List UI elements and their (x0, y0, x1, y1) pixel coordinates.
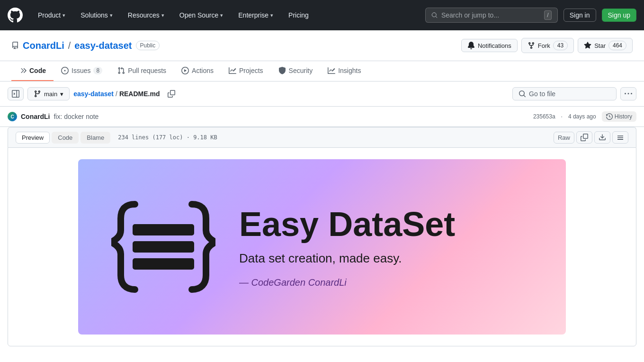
easy-dataset-logo-icon (111, 199, 215, 294)
tab-actions[interactable]: Actions (174, 61, 221, 81)
file-view-left: Preview Code Blame 234 lines (177 loc) ·… (16, 132, 217, 144)
main-content: main ▾ easy-dataset / README.md Go to fi… (0, 81, 644, 346)
repo-title: ConardLi / easy-dataset Public (11, 40, 160, 51)
visibility-badge: Public (136, 41, 160, 50)
goto-file-button[interactable]: Go to file (512, 87, 617, 100)
repo-name-link[interactable]: easy-dataset (74, 40, 132, 51)
preview-tab-button[interactable]: Preview (16, 132, 50, 144)
sidebar-icon (12, 90, 19, 98)
search-input[interactable] (441, 11, 540, 19)
issues-count-badge: 8 (93, 67, 102, 74)
svg-rect-1 (133, 241, 194, 253)
star-label: Star (594, 42, 606, 49)
file-toolbar-left: main ▾ easy-dataset / README.md (8, 87, 179, 100)
actions-icon (181, 67, 189, 74)
search-box[interactable]: / (425, 8, 558, 23)
nav-resources[interactable]: Resources ▾ (124, 9, 168, 21)
search-icon (431, 11, 438, 19)
nav-opensource[interactable]: Open Source ▾ (176, 9, 227, 21)
history-button[interactable]: History (602, 111, 636, 122)
tab-insights-label: Insights (338, 67, 361, 74)
star-button[interactable]: Star 464 (578, 38, 633, 53)
file-actions: Raw (554, 131, 628, 144)
notifications-button[interactable]: Notifications (461, 39, 518, 52)
graph-icon (328, 67, 335, 74)
code-tab-button[interactable]: Code (52, 132, 79, 144)
blame-tab-button[interactable]: Blame (80, 132, 110, 144)
repo-separator: / (68, 40, 71, 51)
tab-security[interactable]: Security (271, 61, 321, 81)
history-icon (606, 113, 613, 120)
sidebar-toggle-button[interactable] (8, 87, 24, 100)
file-view-header: Preview Code Blame 234 lines (177 loc) ·… (8, 127, 636, 147)
copy-icon (581, 134, 588, 141)
more-options-button[interactable] (620, 87, 636, 100)
commit-hash[interactable]: 235653a (533, 113, 555, 120)
breadcrumb-repo-link[interactable]: easy-dataset (73, 90, 114, 98)
commit-info-right: 235653a · 4 days ago History (533, 111, 636, 122)
svg-rect-0 (133, 224, 194, 235)
svg-rect-2 (133, 258, 194, 270)
signup-button[interactable]: Sign up (602, 9, 636, 22)
tab-insights[interactable]: Insights (320, 61, 368, 81)
branch-chevron-icon: ▾ (60, 90, 63, 98)
keyboard-shortcut-badge: / (544, 10, 551, 20)
code-icon (19, 67, 27, 74)
pull-request-icon (117, 67, 125, 74)
commit-author[interactable]: ConardLi (21, 113, 50, 120)
nav-solutions[interactable]: Solutions ▾ (77, 9, 116, 21)
commit-separator: · (561, 113, 563, 120)
file-stats: 234 lines (177 loc) · 9.18 KB (118, 134, 217, 141)
copy-raw-button[interactable] (576, 131, 592, 144)
top-navigation: Product ▾ Solutions ▾ Resources ▾ Open S… (0, 0, 644, 30)
nav-enterprise[interactable]: Enterprise ▾ (234, 9, 277, 21)
commit-time: 4 days ago (568, 113, 596, 120)
banner-logo-area (97, 199, 230, 294)
tab-actions-label: Actions (192, 67, 214, 74)
star-icon (584, 42, 591, 49)
chevron-down-icon: ▾ (220, 12, 223, 18)
repo-owner-link[interactable]: ConardLi (23, 40, 64, 51)
fork-button[interactable]: Fork 43 (521, 38, 574, 53)
breadcrumb-file: README.md (119, 90, 160, 98)
download-button[interactable] (594, 131, 610, 144)
tab-projects[interactable]: Projects (221, 61, 271, 81)
repo-tabs: Code Issues 8 Pull requests Actions (0, 61, 644, 81)
tab-pullrequests-label: Pull requests (128, 67, 166, 74)
tab-code-label: Code (29, 67, 46, 74)
tab-issues-label: Issues (72, 67, 90, 74)
readme-content: Easy DataSet Data set creation, made eas… (8, 147, 636, 346)
branch-selector-button[interactable]: main ▾ (27, 87, 70, 100)
github-logo[interactable] (8, 8, 23, 23)
repo-actions: Notifications Fork 43 Star 464 (461, 38, 633, 53)
commit-info-left: C ConardLi fix: docker note (8, 112, 98, 121)
banner-text-area: Easy DataSet Data set creation, made eas… (230, 206, 547, 288)
search-icon (519, 90, 526, 98)
readme-banner: Easy DataSet Data set creation, made eas… (78, 159, 566, 335)
branch-name: main (44, 90, 57, 98)
tab-pull-requests[interactable]: Pull requests (110, 61, 174, 81)
tab-security-label: Security (289, 67, 313, 74)
chevron-down-icon: ▾ (270, 12, 273, 18)
nav-product[interactable]: Product ▾ (34, 9, 69, 21)
file-toolbar: main ▾ easy-dataset / README.md Go to fi… (0, 81, 644, 106)
raw-button[interactable]: Raw (554, 132, 574, 144)
copy-path-button[interactable] (163, 88, 179, 100)
tab-projects-label: Projects (239, 67, 263, 74)
star-count-badge: 464 (608, 41, 626, 50)
bell-icon (467, 42, 475, 49)
nav-pricing[interactable]: Pricing (285, 9, 313, 21)
banner-title: Easy DataSet (239, 206, 547, 243)
file-toolbar-right: Go to file (512, 87, 636, 100)
tab-issues[interactable]: Issues 8 (54, 61, 110, 81)
projects-icon (229, 67, 236, 74)
notifications-label: Notifications (478, 42, 511, 49)
goto-file-label: Go to file (529, 90, 555, 98)
ellipsis-icon (625, 90, 632, 98)
download-icon (599, 134, 606, 141)
signin-button[interactable]: Sign in (564, 9, 596, 22)
fork-label: Fork (538, 42, 550, 49)
outline-button[interactable] (612, 131, 628, 144)
breadcrumb-separator: / (116, 90, 117, 98)
tab-code[interactable]: Code (11, 61, 54, 81)
